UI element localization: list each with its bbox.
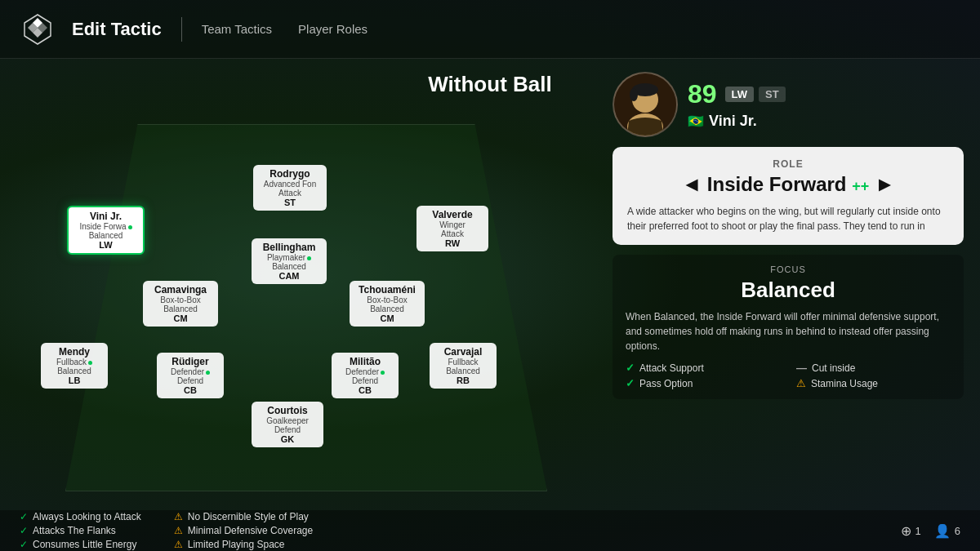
player-role-bellingham: Playmaker (258, 253, 320, 262)
player-duty-camavinga: Balanced (149, 304, 212, 313)
player-name-valverde: Valverde (423, 209, 482, 220)
player-duty-carvajal: Balanced (436, 367, 490, 375)
player-card-carvajal[interactable]: Carvajal Fullback Balanced RB (430, 343, 497, 389)
svg-point-5 (630, 88, 638, 101)
header-divider (181, 17, 182, 42)
role-name-text: Inside Forward (707, 173, 847, 195)
player-card-vini[interactable]: Vini Jr. Inside Forwa Balanced LW (67, 206, 145, 255)
pitch-area: Vini Jr. Inside Forwa Balanced LW Rodryg… (0, 59, 596, 510)
trait-warning-2: ⚠ (174, 525, 183, 536)
player-card-valverde[interactable]: Valverde Winger Attack RW (416, 206, 488, 251)
header: Edit Tactic Team Tactics Player Roles (0, 0, 980, 59)
player-name-mendy: Mendy (47, 346, 101, 358)
role-label: Role (627, 158, 949, 170)
nav-team-tactics[interactable]: Team Tactics (202, 19, 272, 39)
stat-label-4: Stamina Usage (811, 378, 878, 389)
trait-text-1: Always Looking to Attack (33, 511, 141, 522)
app-logo (20, 11, 56, 47)
trait-warning-3: ⚠ (174, 539, 183, 550)
player-duty-mendy: Balanced (47, 367, 101, 375)
bottom-bar: ✓ Always Looking to Attack ✓ Attacks The… (0, 510, 980, 551)
trait-check-1: ✓ (20, 511, 28, 522)
player-pos-militao: CB (338, 385, 392, 395)
focus-value: Balanced (626, 278, 951, 303)
player-name-rudiger: Rüdiger (163, 356, 217, 367)
player-card-courtois[interactable]: Courtois Goalkeeper Defend GK (252, 402, 323, 447)
trait-5: ⚠ Minimal Defensive Coverage (174, 525, 313, 536)
position-badge-lw[interactable]: LW (725, 87, 755, 102)
player-name-camavinga: Camavinga (149, 284, 212, 295)
player-pos-valverde: RW (423, 238, 482, 248)
trait-text-2: Attacks The Flanks (33, 525, 116, 536)
stat-warning-icon-1: ⚠ (796, 377, 806, 389)
page-title: Edit Tactic (72, 19, 162, 40)
player-name-carvajal: Carvajal (436, 346, 490, 358)
player-full-name-row: 🇧🇷 Vini Jr. (688, 113, 964, 130)
stat-pass-option: ✓ Pass Option (626, 377, 780, 389)
trait-6: ⚠ Limited Playing Space (174, 539, 313, 550)
stats-grid: ✓ Attack Support — Cut inside ✓ Pass Opt… (626, 362, 951, 389)
player-pos-carvajal: RB (436, 375, 490, 385)
player-card-rudiger[interactable]: Rüdiger Defender Defend CB (157, 353, 224, 398)
player-name-vini: Vini Jr. (75, 211, 136, 222)
player-role-mendy: Fullback (47, 358, 101, 367)
player-rating-row: 89 LW ST (688, 79, 964, 109)
player-avatar (612, 72, 678, 137)
trait-3: ✓ Consumes Little Energy (20, 539, 141, 550)
trait-text-6: Limited Playing Space (188, 539, 285, 550)
trait-col-right: ⚠ No Discernible Style of Play ⚠ Minimal… (174, 511, 313, 550)
role-description: A wide attacker who begins on the wing, … (627, 204, 949, 233)
header-nav: Team Tactics Player Roles (202, 19, 368, 39)
player-role-rodrygo: Advanced Fon (260, 180, 320, 189)
trait-4: ⚠ No Discernible Style of Play (174, 511, 313, 522)
trait-text-5: Minimal Defensive Coverage (188, 525, 313, 536)
player-role-courtois: Goalkeeper (258, 416, 317, 425)
player-role-vini: Inside Forwa (75, 222, 136, 231)
player-card-tchouameni[interactable]: Tchouaméni Box-to-Box Balanced CM (350, 281, 425, 327)
stat-check-icon-2: ✓ (626, 377, 635, 389)
player-card-militao[interactable]: Militão Defender Defend CB (332, 353, 399, 398)
player-name-tchouameni: Tchouaméni (356, 284, 418, 295)
player-info: 89 LW ST 🇧🇷 Vini Jr. (688, 79, 964, 130)
player-pos-vini: LW (75, 240, 136, 250)
player-name-bellingham: Bellingham (258, 242, 320, 253)
player-flag: 🇧🇷 (688, 113, 704, 129)
player-positions: LW ST (725, 87, 786, 102)
player-pos-rodrygo: ST (260, 198, 320, 207)
player-role-rudiger: Defender (163, 367, 217, 376)
stat-cut-inside: — Cut inside (796, 362, 951, 374)
focus-label: Focus (626, 264, 951, 274)
section-title: Without Ball (428, 72, 551, 97)
player-role-carvajal: Fullback (436, 358, 490, 367)
stat-dash-icon-1: — (796, 362, 807, 374)
player-card-camavinga[interactable]: Camavinga Box-to-Box Balanced CM (143, 281, 218, 327)
player-role-camavinga: Box-to-Box (149, 295, 212, 304)
stat-stamina: ⚠ Stamina Usage (796, 377, 951, 389)
role-stars: ++ (852, 178, 869, 194)
trait-check-3: ✓ (20, 539, 28, 550)
trait-warning-1: ⚠ (174, 511, 183, 522)
player-card-mendy[interactable]: Mendy Fullback Balanced LB (41, 343, 108, 389)
control-item-2[interactable]: 👤 6 (934, 523, 960, 539)
role-next-button[interactable]: ▶ (875, 176, 893, 193)
trait-col-left: ✓ Always Looking to Attack ✓ Attacks The… (20, 511, 141, 550)
player-header: 89 LW ST 🇧🇷 Vini Jr. (612, 72, 964, 137)
player-name-rodrygo: Rodrygo (260, 168, 320, 180)
player-pos-camavinga: CM (149, 313, 212, 323)
player-card-bellingham[interactable]: Bellingham Playmaker Balanced CAM (252, 238, 327, 284)
player-pos-bellingham: CAM (258, 271, 320, 281)
player-duty-rodrygo: Attack (260, 189, 320, 198)
control-item-1[interactable]: ⊕ 1 (901, 523, 921, 539)
player-card-rodrygo[interactable]: Rodrygo Advanced Fon Attack ST (253, 165, 327, 211)
role-prev-button[interactable]: ◀ (683, 176, 701, 193)
trait-text-3: Consumes Little Energy (33, 539, 136, 550)
player-duty-valverde: Attack (423, 229, 482, 238)
control-label-2: 6 (955, 525, 960, 537)
stat-check-icon-1: ✓ (626, 362, 635, 374)
position-badge-st[interactable]: ST (759, 87, 786, 102)
player-duty-militao: Defend (338, 376, 392, 385)
bottom-controls: ⊕ 1 👤 6 (901, 523, 960, 539)
player-pos-mendy: LB (47, 375, 101, 385)
nav-player-roles[interactable]: Player Roles (298, 19, 368, 39)
trait-1: ✓ Always Looking to Attack (20, 511, 141, 522)
